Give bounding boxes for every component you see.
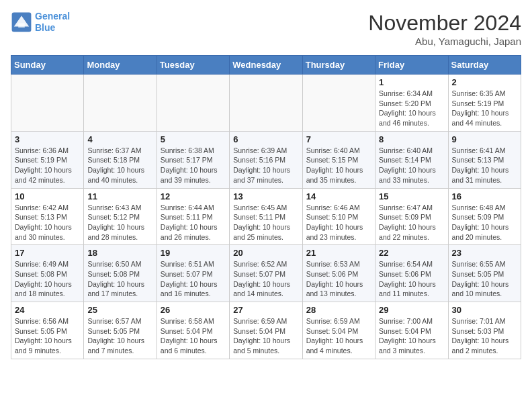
weekday-header-friday: Friday [375,56,448,75]
calendar-cell: 20Sunrise: 6:52 AMSunset: 5:07 PMDayligh… [230,245,302,302]
calendar-cell: 25Sunrise: 6:57 AMSunset: 5:05 PMDayligh… [84,302,157,359]
day-info: Sunrise: 6:34 AMSunset: 5:20 PMDaylight:… [379,89,444,128]
day-info: Sunrise: 6:48 AMSunset: 5:09 PMDaylight:… [452,203,517,242]
day-number: 17 [15,248,80,258]
calendar-cell: 29Sunrise: 7:00 AMSunset: 5:04 PMDayligh… [375,302,448,359]
location: Abu, Yamaguchi, Japan [368,36,521,47]
calendar-cell: 26Sunrise: 6:58 AMSunset: 5:04 PMDayligh… [157,302,229,359]
calendar-cell: 17Sunrise: 6:49 AMSunset: 5:08 PMDayligh… [11,245,84,302]
calendar-cell: 19Sunrise: 6:51 AMSunset: 5:07 PMDayligh… [157,245,229,302]
calendar-cell: 14Sunrise: 6:46 AMSunset: 5:10 PMDayligh… [302,188,375,245]
calendar-cell [11,75,84,132]
calendar-cell [157,75,229,132]
calendar-week-3: 10Sunrise: 6:42 AMSunset: 5:13 PMDayligh… [11,188,521,245]
day-info: Sunrise: 6:46 AMSunset: 5:10 PMDaylight:… [306,203,371,242]
calendar-cell [302,75,375,132]
calendar-cell: 11Sunrise: 6:43 AMSunset: 5:12 PMDayligh… [84,188,157,245]
day-info: Sunrise: 6:39 AMSunset: 5:16 PMDaylight:… [233,146,298,185]
day-number: 28 [306,305,371,315]
day-info: Sunrise: 7:00 AMSunset: 5:04 PMDaylight:… [379,316,444,356]
calendar-week-4: 17Sunrise: 6:49 AMSunset: 5:08 PMDayligh… [11,245,521,302]
calendar-cell: 5Sunrise: 6:38 AMSunset: 5:17 PMDaylight… [157,131,229,188]
calendar-cell: 12Sunrise: 6:44 AMSunset: 5:11 PMDayligh… [157,188,229,245]
day-info: Sunrise: 6:57 AMSunset: 5:05 PMDaylight:… [87,316,152,356]
day-number: 24 [15,305,80,315]
day-number: 19 [161,248,226,258]
calendar-cell: 6Sunrise: 6:39 AMSunset: 5:16 PMDaylight… [230,131,302,188]
calendar-cell: 3Sunrise: 6:36 AMSunset: 5:19 PMDaylight… [11,131,84,188]
calendar-cell: 24Sunrise: 6:56 AMSunset: 5:05 PMDayligh… [11,302,84,359]
calendar-cell: 30Sunrise: 7:01 AMSunset: 5:03 PMDayligh… [448,302,521,359]
day-info: Sunrise: 6:45 AMSunset: 5:11 PMDaylight:… [233,203,298,242]
calendar-week-1: 1Sunrise: 6:34 AMSunset: 5:20 PMDaylight… [11,75,521,132]
calendar-cell: 21Sunrise: 6:53 AMSunset: 5:06 PMDayligh… [302,245,375,302]
day-info: Sunrise: 6:49 AMSunset: 5:08 PMDaylight:… [15,259,80,299]
day-number: 25 [87,305,152,315]
day-info: Sunrise: 6:37 AMSunset: 5:18 PMDaylight:… [87,146,152,185]
weekday-header-thursday: Thursday [302,56,375,75]
day-info: Sunrise: 6:51 AMSunset: 5:07 PMDaylight:… [161,259,226,299]
day-info: Sunrise: 6:38 AMSunset: 5:17 PMDaylight:… [161,146,226,185]
day-info: Sunrise: 6:44 AMSunset: 5:11 PMDaylight:… [161,203,226,242]
day-number: 20 [233,248,298,258]
calendar-cell: 1Sunrise: 6:34 AMSunset: 5:20 PMDaylight… [375,75,448,132]
day-info: Sunrise: 6:47 AMSunset: 5:09 PMDaylight:… [379,203,444,242]
calendar-cell: 4Sunrise: 6:37 AMSunset: 5:18 PMDaylight… [84,131,157,188]
calendar-cell: 22Sunrise: 6:54 AMSunset: 5:06 PMDayligh… [375,245,448,302]
day-number: 8 [379,134,444,144]
day-number: 1 [379,77,444,87]
day-number: 30 [452,305,517,315]
day-info: Sunrise: 6:55 AMSunset: 5:05 PMDaylight:… [452,259,517,299]
svg-rect-2 [18,23,25,27]
day-number: 22 [379,248,444,258]
day-info: Sunrise: 6:35 AMSunset: 5:19 PMDaylight:… [452,89,517,128]
day-info: Sunrise: 6:59 AMSunset: 5:04 PMDaylight:… [306,316,371,356]
day-info: Sunrise: 6:42 AMSunset: 5:13 PMDaylight:… [15,203,80,242]
day-info: Sunrise: 6:52 AMSunset: 5:07 PMDaylight:… [233,259,298,299]
day-number: 15 [379,191,444,201]
day-number: 11 [87,191,152,201]
day-number: 9 [452,134,517,144]
calendar-cell: 9Sunrise: 6:41 AMSunset: 5:13 PMDaylight… [448,131,521,188]
day-number: 2 [452,77,517,87]
calendar-cell: 18Sunrise: 6:50 AMSunset: 5:08 PMDayligh… [84,245,157,302]
day-info: Sunrise: 6:58 AMSunset: 5:04 PMDaylight:… [161,316,226,356]
calendar-cell [84,75,157,132]
page-header: General Blue November 2024 Abu, Yamaguch… [11,11,521,47]
weekday-header-tuesday: Tuesday [157,56,229,75]
logo-line2: Blue [35,22,55,33]
title-block: November 2024 Abu, Yamaguchi, Japan [368,11,521,47]
calendar-cell: 28Sunrise: 6:59 AMSunset: 5:04 PMDayligh… [302,302,375,359]
day-info: Sunrise: 6:59 AMSunset: 5:04 PMDaylight:… [233,316,298,356]
calendar-cell: 27Sunrise: 6:59 AMSunset: 5:04 PMDayligh… [230,302,302,359]
weekday-header-monday: Monday [84,56,157,75]
day-number: 6 [233,134,298,144]
logo: General Blue [11,11,70,34]
calendar-cell: 10Sunrise: 6:42 AMSunset: 5:13 PMDayligh… [11,188,84,245]
day-number: 12 [161,191,226,201]
calendar-cell: 2Sunrise: 6:35 AMSunset: 5:19 PMDaylight… [448,75,521,132]
calendar-week-5: 24Sunrise: 6:56 AMSunset: 5:05 PMDayligh… [11,302,521,359]
day-info: Sunrise: 7:01 AMSunset: 5:03 PMDaylight:… [452,316,517,356]
day-number: 13 [233,191,298,201]
day-info: Sunrise: 6:40 AMSunset: 5:14 PMDaylight:… [379,146,444,185]
day-number: 29 [379,305,444,315]
day-number: 23 [452,248,517,258]
logo-line1: General [35,11,70,21]
day-number: 27 [233,305,298,315]
calendar-cell: 23Sunrise: 6:55 AMSunset: 5:05 PMDayligh… [448,245,521,302]
day-info: Sunrise: 6:50 AMSunset: 5:08 PMDaylight:… [87,259,152,299]
weekday-header-sunday: Sunday [11,56,84,75]
day-info: Sunrise: 6:54 AMSunset: 5:06 PMDaylight:… [379,259,444,299]
logo-icon [11,11,32,33]
calendar-cell [230,75,302,132]
day-info: Sunrise: 6:56 AMSunset: 5:05 PMDaylight:… [15,316,80,356]
calendar-cell: 13Sunrise: 6:45 AMSunset: 5:11 PMDayligh… [230,188,302,245]
day-number: 18 [87,248,152,258]
calendar-cell: 7Sunrise: 6:40 AMSunset: 5:15 PMDaylight… [302,131,375,188]
day-info: Sunrise: 6:40 AMSunset: 5:15 PMDaylight:… [306,146,371,185]
month-title: November 2024 [368,11,521,36]
calendar-cell: 16Sunrise: 6:48 AMSunset: 5:09 PMDayligh… [448,188,521,245]
day-number: 5 [161,134,226,144]
day-number: 26 [161,305,226,315]
